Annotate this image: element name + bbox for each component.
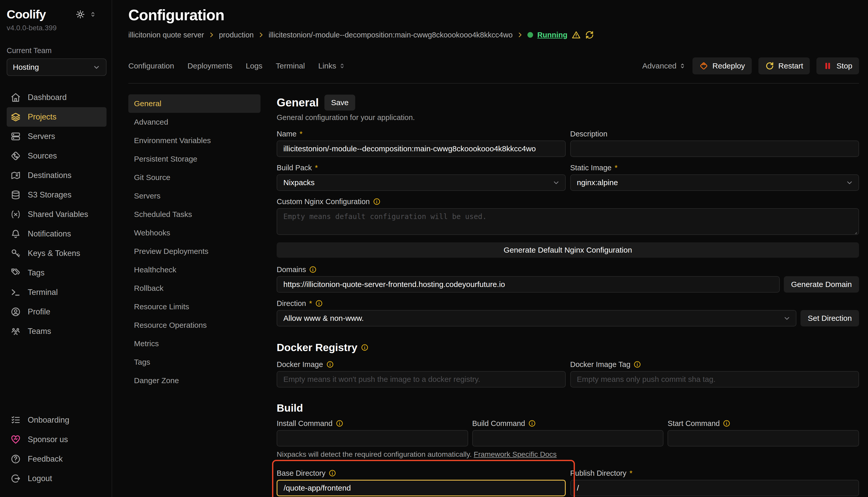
status-running-link[interactable]: Running xyxy=(537,31,567,39)
breadcrumb-environment[interactable]: production xyxy=(219,31,253,39)
current-team-label: Current Team xyxy=(7,46,107,55)
restart-button[interactable]: Restart xyxy=(758,57,810,74)
tab-links[interactable]: Links xyxy=(318,61,345,70)
subnav-general[interactable]: General xyxy=(128,94,261,113)
breadcrumb-project[interactable]: illicitonion quote server xyxy=(128,31,204,39)
theme-sun-icon[interactable] xyxy=(76,10,85,19)
refresh-icon[interactable] xyxy=(585,30,594,40)
name-input[interactable] xyxy=(277,141,566,157)
subnav-scheduled-tasks[interactable]: Scheduled Tasks xyxy=(128,205,261,224)
docker-image-tag-input[interactable] xyxy=(570,371,859,387)
build-command-input[interactable] xyxy=(472,430,664,446)
sidebar-item-servers[interactable]: Servers xyxy=(7,127,107,146)
info-icon[interactable] xyxy=(326,360,334,368)
tab-deployments[interactable]: Deployments xyxy=(187,61,232,70)
chevron-right-icon xyxy=(208,31,215,38)
sidebar-item-sponsor[interactable]: Sponsor us xyxy=(7,430,107,449)
required-mark: * xyxy=(309,299,312,308)
subnav-persistent-storage[interactable]: Persistent Storage xyxy=(128,150,261,168)
sidebar-item-logout[interactable]: Logout xyxy=(7,469,107,488)
team-select[interactable]: Hosting xyxy=(7,58,107,76)
tab-configuration[interactable]: Configuration xyxy=(128,61,174,70)
info-icon[interactable] xyxy=(329,469,336,477)
advanced-toggle[interactable]: Advanced xyxy=(642,61,686,70)
subnav-resource-limits[interactable]: Resource Limits xyxy=(128,297,261,316)
sidebar-item-tags[interactable]: Tags xyxy=(7,263,107,283)
subnav-preview-deployments[interactable]: Preview Deployments xyxy=(128,242,261,260)
subnav-environment-variables[interactable]: Environment Variables xyxy=(128,131,261,150)
sidebar-item-profile[interactable]: Profile xyxy=(7,302,107,322)
subnav-metrics[interactable]: Metrics xyxy=(128,335,261,353)
sidebar-item-sources[interactable]: Sources xyxy=(7,146,107,166)
start-command-label: Start Command xyxy=(667,419,720,428)
sidebar-item-terminal[interactable]: Terminal xyxy=(7,283,107,302)
subnav-webhooks[interactable]: Webhooks xyxy=(128,224,261,242)
generate-domain-button[interactable]: Generate Domain xyxy=(784,276,859,293)
info-icon[interactable] xyxy=(528,420,536,427)
logo-row: Coolify xyxy=(7,7,107,21)
framework-docs-link[interactable]: Framework Specific Docs xyxy=(474,450,557,458)
domains-input[interactable] xyxy=(277,276,780,293)
subnav-advanced[interactable]: Advanced xyxy=(128,113,261,131)
warning-triangle-icon[interactable] xyxy=(571,30,581,40)
subnav-danger-zone[interactable]: Danger Zone xyxy=(128,371,261,390)
redeploy-button[interactable]: Redeploy xyxy=(692,57,752,74)
info-icon[interactable] xyxy=(723,420,730,427)
info-icon[interactable] xyxy=(633,360,641,368)
info-icon[interactable] xyxy=(336,420,343,427)
coolify-app: Coolify v4.0.0-beta.399 Current Team Hos… xyxy=(0,0,868,497)
generate-nginx-button[interactable]: Generate Default Nginx Configuration xyxy=(277,242,859,258)
general-form: General Save General configuration for y… xyxy=(277,94,859,497)
nginx-config-label: Custom Nginx Configuration xyxy=(277,197,370,206)
static-image-select[interactable] xyxy=(570,174,859,191)
sidebar-item-feedback[interactable]: Feedback xyxy=(7,449,107,469)
sidebar-item-destinations[interactable]: Destinations xyxy=(7,166,107,185)
subnav-resource-operations[interactable]: Resource Operations xyxy=(128,316,261,335)
base-directory-input[interactable] xyxy=(277,480,566,496)
home-icon xyxy=(10,92,21,103)
theme-selector-chevrons-icon[interactable] xyxy=(89,11,96,18)
subnav-healthcheck[interactable]: Healthcheck xyxy=(128,260,261,279)
sidebar-item-keys-tokens[interactable]: Keys & Tokens xyxy=(7,244,107,263)
sidebar-item-notifications[interactable]: Notifications xyxy=(7,224,107,244)
subnav-git-source[interactable]: Git Source xyxy=(128,168,261,187)
info-icon[interactable] xyxy=(373,198,381,205)
info-icon[interactable] xyxy=(309,266,317,273)
sidebar-item-teams[interactable]: Teams xyxy=(7,322,107,341)
static-image-label: Static Image xyxy=(570,164,611,172)
set-direction-button[interactable]: Set Direction xyxy=(800,310,859,326)
sidebar-item-s3-storages[interactable]: S3 Storages xyxy=(7,185,107,205)
build-pack-select[interactable] xyxy=(277,174,566,191)
info-icon[interactable] xyxy=(361,344,369,351)
breadcrumb-application[interactable]: illicitestonion/-module--decomposition:m… xyxy=(268,31,512,39)
sidebar-item-projects[interactable]: Projects xyxy=(7,107,107,127)
subnav-rollback[interactable]: Rollback xyxy=(128,279,261,297)
subnav-servers[interactable]: Servers xyxy=(128,187,261,205)
server-icon xyxy=(10,131,21,142)
name-label: Name xyxy=(277,130,297,138)
sidebar-footer-nav: Onboarding Sponsor us Feedback Logout xyxy=(7,410,107,488)
logout-icon xyxy=(10,473,21,484)
start-command-input[interactable] xyxy=(667,430,859,446)
domains-label: Domains xyxy=(277,266,306,274)
stop-button[interactable]: Stop xyxy=(816,57,859,74)
tab-terminal[interactable]: Terminal xyxy=(276,61,305,70)
sidebar-item-onboarding[interactable]: Onboarding xyxy=(7,410,107,430)
tab-logs[interactable]: Logs xyxy=(246,61,263,70)
docker-image-label: Docker Image xyxy=(277,360,323,369)
docker-image-tag-label: Docker Image Tag xyxy=(570,360,631,369)
docker-image-input[interactable] xyxy=(277,371,566,387)
app-version: v4.0.0-beta.399 xyxy=(7,24,107,32)
heart-icon xyxy=(10,434,21,445)
nginx-config-textarea[interactable] xyxy=(277,208,859,235)
sidebar-item-shared-variables[interactable]: Shared Variables xyxy=(7,205,107,224)
description-input[interactable] xyxy=(570,141,859,157)
subnav-tags[interactable]: Tags xyxy=(128,353,261,371)
breadcrumb: illicitonion quote server production ill… xyxy=(128,30,859,40)
info-icon[interactable] xyxy=(315,300,323,307)
install-command-input[interactable] xyxy=(277,430,468,446)
direction-select[interactable] xyxy=(277,310,796,326)
sidebar-item-dashboard[interactable]: Dashboard xyxy=(7,88,107,107)
publish-directory-input[interactable] xyxy=(570,480,859,496)
save-button[interactable]: Save xyxy=(325,95,355,111)
